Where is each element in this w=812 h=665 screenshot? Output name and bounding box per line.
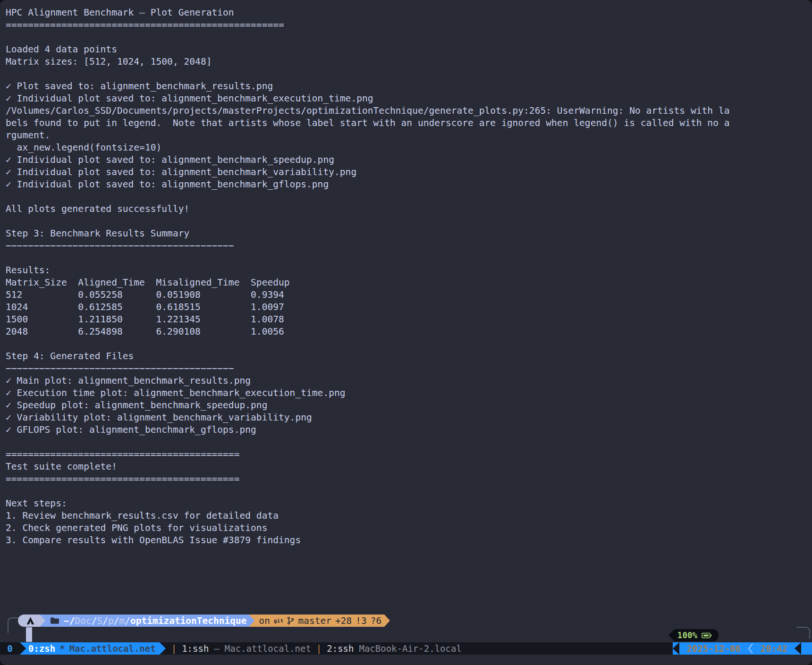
terminal-line: All plots generated successfully! (6, 203, 811, 215)
git-word-icon: git (274, 618, 283, 623)
git-modified-count: !3 (355, 615, 366, 626)
prompt-frame-corner-right (796, 627, 810, 639)
time-display: 20:42 (753, 642, 795, 655)
date-display: 2025-12-06 (679, 642, 747, 655)
battery-icon (702, 632, 712, 639)
chevron-left-icon (748, 642, 753, 655)
powerline-separator (20, 642, 26, 655)
os-segment (18, 614, 40, 627)
window-list: |1:ssh–Mac.attlocal.net|2:sshMacBook-Air… (166, 642, 462, 655)
terminal-line: 1024 0.612585 0.618515 1.0097 (6, 301, 811, 313)
terminal-line: −−−−−−−−−−−−−−−−−−−−−−−−−−−−−−−−−−−−−−−−… (6, 362, 811, 375)
terminal-line: 512 0.055258 0.051908 0.9394 (6, 289, 811, 301)
terminal-line (6, 191, 811, 203)
git-segment: on git master +28 !3 ?6 (254, 614, 385, 627)
window-host: Mac.attlocal.net (69, 643, 156, 654)
terminal-line: ✓ Individual plot saved to: alignment_be… (6, 178, 811, 191)
window-separator: | (171, 643, 177, 654)
terminal-line: HPC Alignment Benchmark – Plot Generatio… (6, 7, 811, 19)
terminal-line: /Volumes/Carlos_SSD/Documents/projects/m… (6, 105, 811, 117)
status-bar-endcap (801, 642, 812, 655)
terminal-line: Step 3: Benchmark Results Summary (6, 227, 811, 240)
terminal-line: 2048 6.254898 6.290108 1.0056 (6, 326, 811, 338)
git-branch-name: master (298, 615, 331, 626)
terminal-line: ✓ Plot saved to: alignment_benchmark_res… (6, 80, 811, 93)
terminal-line: ✓ Individual plot saved to: alignment_be… (6, 166, 811, 178)
terminal-cursor[interactable] (26, 627, 32, 642)
terminal-line: 2. Check generated PNG plots for visuali… (6, 522, 811, 534)
terminal-line: ✓ Main plot: alignment_benchmark_results… (6, 375, 811, 387)
git-added-count: +28 (335, 615, 352, 626)
powerline-separator (795, 642, 801, 655)
terminal-line: ax_new.legend(fontsize=10) (6, 142, 811, 154)
powerline-separator (384, 614, 390, 627)
git-untracked-count: ?6 (371, 615, 381, 626)
terminal-line: ✓ Execution time plot: alignment_benchma… (6, 387, 811, 399)
terminal-window: HPC Alignment Benchmark – Plot Generatio… (0, 0, 812, 665)
terminal-line: 3. Compare results with OpenBLAS Issue #… (6, 534, 811, 547)
battery-arrow (668, 629, 675, 641)
terminal-line: ✓ Variability plot: alignment_benchmark_… (6, 412, 811, 424)
session-index[interactable]: 0 (0, 642, 20, 655)
shell-prompt: ~/Doc/S/p/m/optimizationTechnique on git… (18, 614, 390, 627)
terminal-line (6, 338, 811, 350)
terminal-output: HPC Alignment Benchmark – Plot Generatio… (6, 7, 811, 547)
terminal-line: Step 4: Generated Files (6, 350, 811, 362)
terminal-line: ========================================… (6, 19, 811, 31)
powerline-separator (40, 614, 45, 627)
folder-icon (50, 617, 59, 624)
battery-percent: 100% (677, 631, 697, 640)
terminal-line (6, 68, 811, 80)
terminal-line: Loaded 4 data points (6, 43, 811, 56)
window-separator: | (316, 643, 321, 654)
terminal-line (6, 215, 811, 227)
terminal-line: Results: (6, 264, 811, 277)
terminal-line: ✓ GFLOPS plot: alignment_benchmark_gflop… (6, 424, 811, 436)
status-bar-right: 2025-12-06 20:42 (673, 642, 812, 655)
path-segment: ~/Doc/S/p/m/optimizationTechnique (45, 614, 249, 627)
terminal-line: ✓ Speedup plot: alignment_benchmark_spee… (6, 399, 811, 412)
terminal-line (6, 252, 811, 264)
terminal-line: ========================================… (6, 473, 811, 485)
terminal-line (6, 31, 811, 43)
terminal-line: rgument. (6, 129, 811, 142)
terminal-line: ✓ Individual plot saved to: alignment_be… (6, 154, 811, 166)
terminal-line: ========================================… (6, 448, 811, 461)
git-branch-icon (287, 616, 294, 625)
window-flag: * (59, 643, 65, 654)
powerline-separator (249, 614, 254, 627)
arch-logo-icon (26, 616, 35, 625)
tmux-status-bar: 0 0:zsh * Mac.attlocal.net |1:ssh–Mac.at… (0, 642, 812, 655)
powerline-separator (160, 642, 166, 655)
terminal-line (6, 485, 811, 497)
battery-widget: 100% (668, 629, 719, 641)
terminal-line (6, 436, 811, 448)
window-tab[interactable]: 2:sshMacBook-Air-2.local (327, 643, 462, 654)
current-path: ~/Doc/S/p/m/optimizationTechnique (64, 615, 247, 626)
terminal-line: −−−−−−−−−−−−−−−−−−−−−−−−−−−−−−−−−−−−−−−−… (6, 240, 811, 252)
status-bar-spacer (462, 642, 673, 655)
git-on-label: on (259, 615, 270, 626)
terminal-line: Matrix_Size Aligned_Time Misaligned_Time… (6, 277, 811, 289)
terminal-line: Matrix sizes: [512, 1024, 1500, 2048] (6, 56, 811, 68)
terminal-line: 1500 1.211850 1.221345 1.0078 (6, 313, 811, 326)
terminal-line: 1. Review benchmark_results.csv for deta… (6, 510, 811, 522)
window-label: 0:zsh (28, 643, 55, 654)
terminal-line: Test suite complete! (6, 461, 811, 473)
powerline-separator (673, 642, 679, 655)
window-tab-active[interactable]: 0:zsh * Mac.attlocal.net (26, 642, 160, 655)
terminal-line: ✓ Individual plot saved to: alignment_be… (6, 93, 811, 105)
terminal-line: Next steps: (6, 497, 811, 510)
window-tab[interactable]: 1:ssh–Mac.attlocal.net (182, 643, 311, 654)
terminal-line: bels found to put in legend. Note that a… (6, 117, 811, 129)
